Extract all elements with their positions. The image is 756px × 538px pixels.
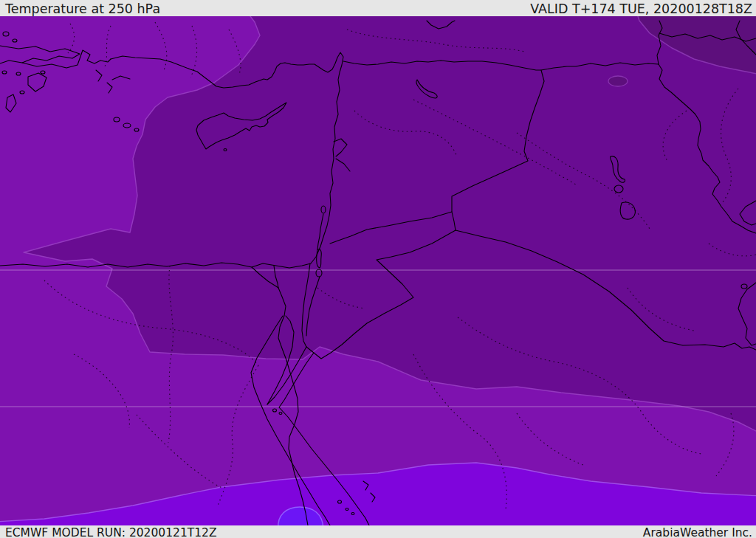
weather-map-page: Temperature at 250 hPa VALID T+174 TUE, …	[0, 0, 756, 538]
contour-coldest-islet	[608, 76, 628, 86]
model-run-label: ECMWF MODEL RUN: 20200121T12Z	[5, 526, 217, 538]
attribution-label: ArabiaWeather Inc.	[643, 526, 752, 538]
valid-time-label: VALID T+174 TUE, 20200128T18Z	[530, 1, 752, 16]
header-bar: Temperature at 250 hPa VALID T+174 TUE, …	[0, 0, 756, 16]
weather-map	[0, 0, 756, 538]
map-title: Temperature at 250 hPa	[5, 1, 160, 16]
footer-bar: ECMWF MODEL RUN: 20200121T12Z ArabiaWeat…	[0, 525, 756, 538]
